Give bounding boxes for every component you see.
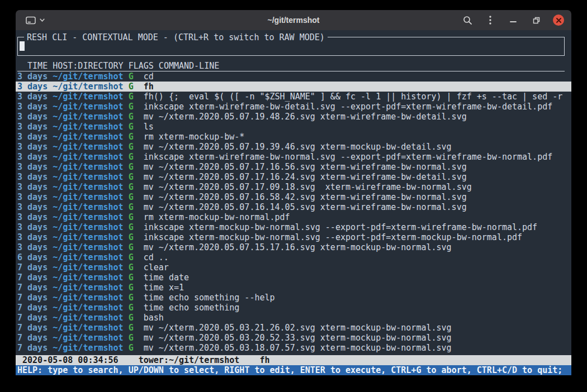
row-directory: ~/git/termshot [53, 333, 128, 343]
row-flags: G [129, 152, 144, 162]
history-row[interactable]: 3 days~/git/termshotGrm xterm-mockup-bw-… [16, 212, 571, 222]
history-row[interactable]: 7 days~/git/termshotGtime x=1 [16, 283, 571, 293]
row-command: bash [144, 313, 164, 323]
row-time: 7 days [17, 283, 53, 293]
row-command: inkscape xterm-wireframe-bw-normal.svg -… [144, 152, 553, 162]
history-row[interactable]: 3 days~/git/termshotGfh [16, 82, 571, 92]
history-row[interactable]: 7 days~/git/termshotGtime date [16, 273, 571, 283]
row-command: inkscape xterm-wireframe-bw-detail.svg -… [144, 102, 553, 112]
restore-button[interactable] [530, 14, 542, 26]
row-flags: G [129, 132, 144, 142]
row-directory: ~/git/termshot [53, 182, 128, 192]
row-directory: ~/git/termshot [53, 202, 128, 212]
row-directory: ~/git/termshot [53, 222, 128, 232]
row-directory: ~/git/termshot [53, 92, 128, 102]
search-button[interactable] [461, 14, 474, 26]
menu-button[interactable] [484, 14, 496, 26]
history-row[interactable]: 3 days~/git/termshotGmv ~/xterm.2020.05.… [16, 172, 571, 182]
history-row[interactable]: 6 days~/git/termshotGcd .. [16, 252, 571, 262]
row-flags: G [129, 212, 144, 222]
row-command: mv ~/xterm.2020.05.07.15.17.16.svg xterm… [144, 242, 452, 252]
history-row[interactable]: 7 days~/git/termshotGmv ~/xterm.2020.05.… [16, 343, 571, 353]
row-command: time x=1 [144, 283, 184, 293]
row-directory: ~/git/termshot [53, 232, 128, 242]
row-flags: G [129, 102, 144, 112]
history-row[interactable]: 7 days~/git/termshotGtime echo something… [16, 293, 571, 303]
row-directory: ~/git/termshot [53, 102, 128, 112]
kebab-menu-icon [489, 16, 491, 25]
history-row[interactable]: 3 days~/git/termshotGinkscape xterm-wire… [16, 102, 571, 112]
history-row[interactable]: 3 days~/git/termshotGls [16, 122, 571, 132]
row-flags: G [129, 242, 144, 252]
row-directory: ~/git/termshot [53, 172, 128, 182]
row-flags: G [129, 82, 144, 92]
terminal-screen[interactable]: RESH CLI - CONTEXTUAL MODE - (CTRL+R to … [16, 30, 571, 375]
row-directory: ~/git/termshot [53, 212, 128, 222]
row-command: clear [144, 262, 169, 273]
text-cursor [20, 41, 25, 51]
row-time: 7 days [17, 293, 53, 303]
history-row[interactable]: 3 days~/git/termshotGmv ~/xterm.2020.05.… [16, 162, 571, 172]
row-flags: G [129, 333, 144, 343]
row-command: mv ~/xterm.2020.05.07.19.39.46.svg xterm… [144, 142, 452, 152]
row-time: 3 days [17, 212, 53, 222]
row-flags: G [129, 162, 144, 172]
row-command: fh [144, 82, 154, 92]
row-time: 3 days [17, 122, 53, 132]
history-row[interactable]: 3 days~/git/termshotGcd [16, 71, 571, 82]
chevron-down-icon [40, 18, 45, 22]
history-row[interactable]: 7 days~/git/termshotGtime echo something [16, 303, 571, 313]
new-terminal-button[interactable] [25, 15, 46, 26]
table-header: TIME HOST:DIRECTORY FLAGS COMMAND-LINE [17, 61, 565, 71]
row-flags: G [129, 323, 144, 333]
titlebar[interactable]: ~/git/termshot [16, 10, 571, 30]
row-flags: G [129, 343, 144, 353]
minimize-button[interactable] [507, 14, 519, 26]
close-button[interactable] [553, 15, 564, 26]
row-flags: G [129, 122, 144, 132]
row-command: mv ~/xterm.2020.05.07.17.09.18.svg xterm… [144, 182, 472, 192]
history-row[interactable]: 3 days~/git/termshotGmv ~/xterm.2020.05.… [16, 202, 571, 212]
row-time: 6 days [17, 252, 53, 262]
history-row[interactable]: 7 days~/git/termshotGmv ~/xterm.2020.05.… [16, 333, 571, 343]
history-row[interactable]: 7 days~/git/termshotGmv ~/xterm.2020.05.… [16, 323, 571, 333]
row-time: 3 days [17, 242, 53, 252]
row-command: rm xterm-mockup-bw-* [144, 132, 245, 142]
row-flags: G [129, 313, 144, 323]
history-row[interactable]: 3 days~/git/termshotGmv ~/xterm.2020.05.… [16, 182, 571, 192]
history-row[interactable]: 3 days~/git/termshotGmv ~/xterm.2020.05.… [16, 112, 571, 122]
history-row[interactable]: 3 days~/git/termshotGmv ~/xterm.2020.05.… [16, 192, 571, 202]
row-directory: ~/git/termshot [53, 112, 128, 122]
help-bar: HELP: type to search, UP/DOWN to select,… [16, 365, 571, 375]
row-directory: ~/git/termshot [53, 313, 128, 323]
row-time: 3 days [17, 152, 53, 162]
row-time: 3 days [17, 162, 53, 172]
history-row[interactable]: 3 days~/git/termshotGrm xterm-mockup-bw-… [16, 132, 571, 142]
history-row[interactable]: 7 days~/git/termshotGbash [16, 313, 571, 323]
row-time: 7 days [17, 303, 53, 313]
row-flags: G [129, 273, 144, 283]
history-row[interactable]: 7 days~/git/termshotGclear [16, 262, 571, 273]
row-command: mv ~/xterm.2020.05.03.20.52.33.svg xterm… [144, 333, 452, 343]
minimize-icon [510, 17, 517, 23]
row-flags: G [129, 232, 144, 242]
history-row[interactable]: 3 days~/git/termshotGinkscape xterm-mock… [16, 232, 571, 242]
history-row[interactable]: 3 days~/git/termshotGinkscape xterm-mock… [16, 222, 571, 232]
terminal-window: ~/git/termshot R [16, 10, 571, 375]
history-row[interactable]: 3 days~/git/termshotGfh() {; eval $( ([ … [16, 92, 571, 102]
row-flags: G [129, 112, 144, 122]
row-time: 3 days [17, 82, 53, 92]
history-row[interactable]: 3 days~/git/termshotGmv ~/xterm.2020.05.… [16, 242, 571, 252]
row-flags: G [129, 71, 144, 82]
row-flags: G [129, 303, 144, 313]
history-row[interactable]: 3 days~/git/termshotGinkscape xterm-wire… [16, 152, 571, 162]
desktop-background: ~/git/termshot R [0, 0, 587, 392]
row-directory: ~/git/termshot [53, 82, 128, 92]
restore-window-icon [533, 17, 540, 24]
search-input-box[interactable]: RESH CLI - CONTEXTUAL MODE - (CTRL+R to … [17, 37, 565, 56]
row-directory: ~/git/termshot [53, 323, 128, 333]
history-row[interactable]: 3 days~/git/termshotGmv ~/xterm.2020.05.… [16, 142, 571, 152]
row-time: 7 days [17, 262, 53, 273]
row-flags: G [129, 92, 144, 102]
row-time: 3 days [17, 102, 53, 112]
